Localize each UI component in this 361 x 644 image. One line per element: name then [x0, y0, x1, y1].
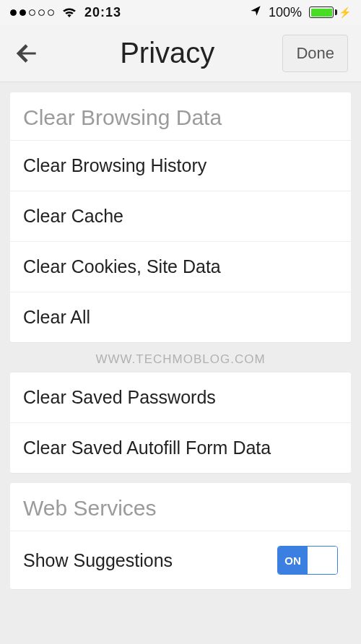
- toggle-knob: [308, 547, 337, 574]
- location-icon: [250, 5, 261, 20]
- status-time: 20:13: [84, 5, 121, 20]
- clear-browsing-history[interactable]: Clear Browsing History: [10, 141, 351, 191]
- watermark: WWW.TECHMOBLOG.COM: [10, 352, 351, 367]
- web-services-card: Web Services Show Suggestions ON: [10, 483, 351, 589]
- clear-all[interactable]: Clear All: [10, 292, 351, 342]
- section-header-web-services: Web Services: [10, 483, 351, 531]
- done-button[interactable]: Done: [282, 35, 348, 72]
- battery-percent: 100%: [269, 5, 302, 20]
- clear-saved-autofill[interactable]: Clear Saved Autofill Form Data: [10, 423, 351, 473]
- battery-icon: ⚡: [309, 6, 351, 18]
- content-area: Clear Browsing Data Clear Browsing Histo…: [0, 82, 361, 609]
- show-suggestions-label: Show Suggestions: [23, 550, 173, 571]
- clear-saved-passwords[interactable]: Clear Saved Passwords: [10, 373, 351, 423]
- show-suggestions-toggle[interactable]: ON: [277, 546, 338, 575]
- status-bar: 20:13 100% ⚡: [0, 0, 361, 25]
- back-button[interactable]: [13, 40, 52, 67]
- show-suggestions-row: Show Suggestions ON: [10, 531, 351, 589]
- saved-data-card: Clear Saved Passwords Clear Saved Autofi…: [10, 373, 351, 473]
- signal-dots: [10, 9, 54, 16]
- section-header-clear-data: Clear Browsing Data: [10, 92, 351, 141]
- page-title: Privacy: [52, 37, 282, 69]
- clear-cookies-site-data[interactable]: Clear Cookies, Site Data: [10, 242, 351, 292]
- arrow-left-icon: [13, 40, 40, 67]
- navbar: Privacy Done: [0, 25, 361, 82]
- toggle-on-label: ON: [278, 547, 308, 574]
- clear-browsing-data-card: Clear Browsing Data Clear Browsing Histo…: [10, 92, 351, 342]
- clear-cache[interactable]: Clear Cache: [10, 191, 351, 242]
- wifi-icon: [61, 6, 77, 18]
